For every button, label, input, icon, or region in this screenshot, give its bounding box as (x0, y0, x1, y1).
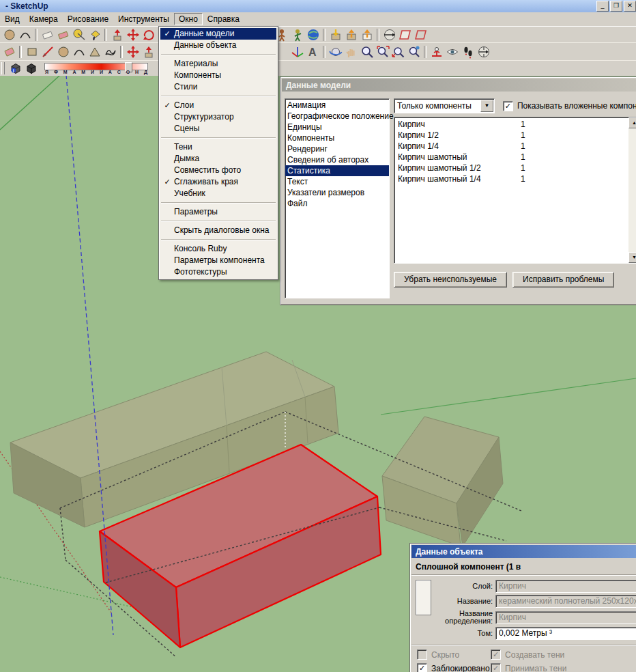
circle-tool-icon[interactable] (55, 45, 71, 59)
stat-row[interactable]: Кирпич 1/21 (394, 130, 636, 141)
menu-item-Фототекстуры[interactable]: Фототекстуры (160, 266, 276, 278)
shadow-date-slider[interactable]: ЯФМАМИИАСОНД (44, 62, 150, 74)
menu-item-Скрыть диалоговые окна[interactable]: Скрыть диалоговые окна (160, 225, 276, 236)
menu-item-Параметры[interactable]: Параметры (160, 206, 276, 218)
push-pull-tool-icon[interactable] (141, 45, 156, 59)
material-preview-swatch[interactable] (416, 580, 431, 615)
section-item-Единицы[interactable]: Единицы (285, 122, 389, 132)
menu-item-Слои[interactable]: ✓Слои (160, 100, 276, 111)
arc-tool-icon[interactable] (71, 45, 87, 59)
menubar-item-Справка[interactable]: Справка (203, 13, 244, 25)
fix-problems-button[interactable]: Исправить проблемы (512, 272, 614, 288)
rotate-tool-icon[interactable] (141, 28, 156, 42)
instructor-tool-icon[interactable] (289, 28, 305, 42)
menubar-item-Окно[interactable]: Окно (174, 13, 203, 25)
section-item-Статистика[interactable]: Статистика (285, 165, 389, 176)
menubar-item-Вид[interactable]: Вид (0, 13, 25, 25)
zoom-photo-tool-icon[interactable] (406, 45, 422, 59)
scroll-down-icon[interactable]: ▼ (628, 252, 636, 263)
menu-item-Материалы[interactable]: Материалы (160, 58, 276, 70)
zoom-extents-tool-icon[interactable] (390, 45, 406, 59)
toolbar-row-2: A (0, 42, 636, 61)
shadow-toggle-icon[interactable] (23, 61, 39, 76)
axes-tool-icon[interactable] (289, 45, 305, 59)
circle-tool-icon[interactable] (1, 28, 17, 42)
menu-item-Параметры компонента[interactable]: Параметры компонента (160, 255, 276, 266)
stat-row[interactable]: Кирпич шамотный1 (394, 152, 636, 163)
menu-item-Дымка[interactable]: Дымка (160, 153, 276, 165)
share-model-tool-icon[interactable] (343, 28, 359, 42)
eraser-tool-icon[interactable] (40, 28, 55, 42)
menu-item-label: Материалы (174, 58, 218, 70)
share-component-tool-icon[interactable] (359, 28, 375, 42)
menu-item-Учебник[interactable]: Учебник (160, 188, 276, 199)
menu-item-Компоненты[interactable]: Компоненты (160, 70, 276, 81)
position-camera-tool-icon[interactable] (429, 45, 444, 59)
section-item-Географическое положение[interactable]: Географическое положение (285, 111, 389, 122)
arc-tool-icon[interactable] (17, 28, 33, 42)
push-pull-tool-icon[interactable] (109, 28, 125, 42)
section-item-Рендеринг[interactable]: Рендеринг (285, 143, 389, 154)
walk-around-tool-icon[interactable] (381, 28, 397, 42)
statistics-filter-dropdown[interactable]: Только компоненты ▼ (394, 98, 495, 113)
chevron-down-icon[interactable]: ▼ (480, 100, 493, 112)
section-item-Анимация[interactable]: Анимация (285, 100, 389, 111)
orbit-tool-icon[interactable] (328, 45, 343, 59)
walk-tool-icon[interactable] (460, 45, 476, 59)
stat-row[interactable]: Кирпич шамотный 1/41 (394, 173, 636, 184)
rectangle-tool-icon[interactable] (24, 45, 40, 59)
menubar-item-Инструменты[interactable]: Инструменты (113, 13, 174, 25)
menubar-item-Камера[interactable]: Камера (25, 13, 63, 25)
section-item-Компоненты[interactable]: Компоненты (285, 132, 389, 143)
look-around-tool-icon[interactable] (444, 45, 460, 59)
minimize-button[interactable]: _ (596, 1, 609, 12)
section-display-tool-icon[interactable] (413, 28, 429, 42)
polygon-tool-icon[interactable] (87, 45, 102, 59)
menu-item-Совместить фото[interactable]: Совместить фото (160, 165, 276, 176)
stat-row[interactable]: Кирпич 1/41 (394, 141, 636, 152)
purge-unused-button[interactable]: Убрать неиспользуемые (394, 272, 507, 288)
freehand-tool-icon[interactable] (102, 45, 118, 59)
zoom-tool-icon[interactable] (359, 45, 375, 59)
field-input-Том[interactable]: 0,002 Метры ³ (495, 627, 636, 640)
move-tool-icon[interactable] (125, 45, 141, 59)
section-item-Текст[interactable]: Текст (285, 176, 389, 187)
menu-item-Тени[interactable]: Тени (160, 141, 276, 153)
stat-row[interactable]: Кирпич1 (394, 119, 636, 130)
menu-item-Данные объекта[interactable]: Данные объекта (160, 40, 276, 51)
get-models-tool-icon[interactable] (328, 28, 343, 42)
menu-item-Структуризатор[interactable]: Структуризатор (160, 111, 276, 123)
scroll-up-icon[interactable]: ▲ (628, 117, 636, 128)
section-item-Указатели размеров[interactable]: Указатели размеров (285, 187, 389, 198)
section-item-Файл[interactable]: Файл (285, 198, 389, 209)
menu-item-Сцены[interactable]: Сцены (160, 123, 276, 135)
show-nested-checkbox[interactable]: ✓ (503, 101, 513, 111)
line-tool-icon[interactable] (40, 45, 55, 59)
paint-bucket-tool-icon[interactable] (87, 28, 102, 42)
paint-edge-tool-icon[interactable] (1, 45, 17, 59)
eraser-pink-tool-icon[interactable] (55, 28, 71, 42)
menu-item-Консоль Ruby[interactable]: Консоль Ruby (160, 243, 276, 255)
menu-item-Данные модели[interactable]: ✓Данные модели (160, 28, 276, 40)
pan-tool-icon[interactable] (343, 45, 359, 59)
tape-measure-tool-icon[interactable] (71, 28, 87, 42)
turn-tool-icon[interactable] (476, 45, 491, 59)
statistics-scrollbar[interactable]: ▲ ▼ (628, 117, 636, 263)
close-button[interactable]: ✕ (624, 1, 636, 12)
model-info-title-bar[interactable]: Данные модели (282, 79, 636, 92)
google-earth-tool-icon[interactable] (305, 28, 321, 42)
menubar-item-Рисование[interactable]: Рисование (63, 13, 113, 25)
checkbox-Заблокировано[interactable]: ✓ (417, 663, 427, 672)
entity-info-title-bar[interactable]: Данные объекта (411, 545, 636, 558)
maximize-button[interactable]: ❐ (610, 1, 622, 12)
move-tool-icon[interactable] (125, 28, 141, 42)
menu-item-Стили[interactable]: Стили (160, 81, 276, 93)
menu-item-Сглаживать края[interactable]: ✓Сглаживать края (160, 176, 276, 188)
shadow-dialog-toggle-icon[interactable]: i (8, 61, 23, 76)
section-item-Сведения об авторах[interactable]: Сведения об авторах (285, 154, 389, 165)
menu-item-label: Компоненты (174, 70, 221, 81)
stat-row[interactable]: Кирпич шамотный 1/21 (394, 163, 636, 173)
section-plane-tool-icon[interactable] (397, 28, 413, 42)
zoom-window-tool-icon[interactable] (375, 45, 390, 59)
text3d-tool-icon[interactable]: A (305, 45, 321, 59)
